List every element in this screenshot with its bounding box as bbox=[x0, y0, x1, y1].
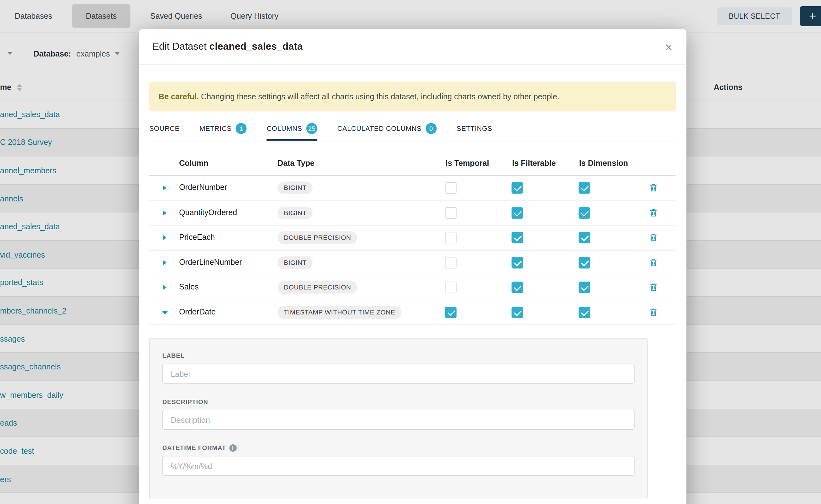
checkbox-is-dimension[interactable] bbox=[579, 257, 590, 268]
column-name: OrderDate bbox=[179, 307, 215, 316]
tab-metrics[interactable]: METRICS1 bbox=[200, 118, 247, 141]
data-type-pill: DOUBLE PRECISION bbox=[277, 281, 357, 294]
table-row: OrderDate TIMESTAMP WITHOUT TIME ZONE bbox=[149, 300, 676, 325]
datetime-format-input[interactable] bbox=[162, 456, 635, 476]
checkbox-is-dimension[interactable] bbox=[579, 232, 590, 243]
delete-column-icon[interactable] bbox=[649, 208, 658, 217]
edit-dataset-modal: Edit Dataset cleaned_sales_data ✕ Be car… bbox=[139, 29, 686, 504]
modal-title-prefix: Edit Dataset bbox=[152, 41, 206, 52]
column-detail-panel: LABEL DESCRIPTION DATETIME FORMAT i bbox=[149, 338, 648, 499]
checkbox-is-dimension[interactable] bbox=[579, 306, 590, 318]
tab-columns[interactable]: COLUMNS25 bbox=[267, 118, 317, 141]
header-column: Column bbox=[179, 159, 208, 167]
data-type-pill: TIMESTAMP WITHOUT TIME ZONE bbox=[277, 306, 401, 319]
expand-caret-icon[interactable] bbox=[163, 185, 166, 190]
expand-caret-icon[interactable] bbox=[163, 235, 166, 240]
delete-column-icon[interactable] bbox=[649, 283, 658, 291]
tab-source[interactable]: SOURCE bbox=[149, 118, 180, 141]
column-name: OrderLineNumber bbox=[179, 257, 242, 266]
data-type-pill: BIGINT bbox=[277, 256, 313, 269]
checkbox-is-temporal[interactable] bbox=[445, 282, 457, 293]
info-icon[interactable]: i bbox=[229, 444, 236, 452]
close-icon[interactable]: ✕ bbox=[662, 39, 675, 56]
columns-count-badge: 25 bbox=[306, 123, 317, 134]
data-type-pill: BIGINT bbox=[277, 206, 313, 219]
table-row: Sales DOUBLE PRECISION bbox=[149, 275, 676, 300]
modal-tab-bar: SOURCE METRICS1 COLUMNS25 CALCULATED COL… bbox=[149, 118, 676, 141]
table-row: OrderLineNumber BIGINT bbox=[149, 250, 676, 275]
checkbox-is-filterable[interactable] bbox=[512, 207, 523, 219]
checkbox-is-filterable[interactable] bbox=[512, 257, 523, 268]
tab-calculated-columns[interactable]: CALCULATED COLUMNS0 bbox=[337, 118, 437, 141]
checkbox-is-dimension[interactable] bbox=[579, 182, 590, 194]
checkbox-is-filterable[interactable] bbox=[512, 182, 523, 194]
modal-title: Edit Dataset cleaned_sales_data bbox=[152, 41, 303, 52]
warning-text: Be careful. Changing these settings will… bbox=[159, 92, 559, 101]
modal-title-dataset-name: cleaned_sales_data bbox=[209, 41, 303, 52]
calculated-columns-count-badge: 0 bbox=[426, 123, 437, 134]
delete-column-icon[interactable] bbox=[649, 233, 658, 242]
table-row: PriceEach DOUBLE PRECISION bbox=[149, 225, 676, 250]
table-row: OrderNumber BIGINT bbox=[149, 176, 676, 201]
collapse-caret-icon[interactable] bbox=[162, 311, 168, 314]
datetime-format-field-label: DATETIME FORMAT i bbox=[162, 444, 635, 452]
checkbox-is-temporal[interactable] bbox=[445, 207, 457, 219]
warning-bold: Be careful. bbox=[159, 92, 199, 101]
header-is-filterable: Is Filterable bbox=[512, 159, 556, 167]
warning-banner: Be careful. Changing these settings will… bbox=[149, 82, 676, 111]
checkbox-is-dimension[interactable] bbox=[579, 282, 590, 293]
columns-table: Column Data Type Is Temporal Is Filterab… bbox=[149, 153, 676, 499]
label-input[interactable] bbox=[162, 364, 635, 384]
metrics-count-badge: 1 bbox=[236, 123, 247, 134]
checkbox-is-temporal[interactable] bbox=[445, 182, 457, 194]
expand-caret-icon[interactable] bbox=[163, 285, 166, 290]
delete-column-icon[interactable] bbox=[649, 308, 658, 316]
checkbox-is-filterable[interactable] bbox=[512, 282, 523, 293]
description-field-label: DESCRIPTION bbox=[162, 398, 635, 405]
table-row: QuantityOrdered BIGINT bbox=[149, 201, 676, 226]
screen: Databases Datasets Saved Queries Query H… bbox=[0, 0, 821, 504]
columns-table-header: Column Data Type Is Temporal Is Filterab… bbox=[149, 153, 676, 176]
column-name: OrderNumber bbox=[179, 183, 227, 191]
checkbox-is-temporal[interactable] bbox=[445, 232, 457, 243]
data-type-pill: BIGINT bbox=[277, 182, 313, 194]
delete-column-icon[interactable] bbox=[649, 183, 658, 192]
warning-rest: Changing these settings will affect all … bbox=[201, 92, 559, 101]
header-data-type: Data Type bbox=[277, 159, 314, 167]
column-name: QuantityOrdered bbox=[179, 208, 237, 216]
label-field-label: LABEL bbox=[162, 352, 635, 359]
header-is-temporal: Is Temporal bbox=[446, 159, 489, 167]
checkbox-is-temporal[interactable] bbox=[445, 306, 457, 318]
column-name: PriceEach bbox=[179, 232, 215, 241]
checkbox-is-filterable[interactable] bbox=[512, 306, 523, 318]
description-input[interactable] bbox=[162, 410, 635, 430]
checkbox-is-dimension[interactable] bbox=[579, 207, 590, 219]
tab-settings[interactable]: SETTINGS bbox=[457, 118, 492, 141]
header-is-dimension: Is Dimension bbox=[579, 159, 628, 167]
checkbox-is-temporal[interactable] bbox=[445, 257, 457, 268]
column-name: Sales bbox=[179, 282, 199, 291]
delete-column-icon[interactable] bbox=[649, 258, 658, 266]
expand-caret-icon[interactable] bbox=[163, 210, 166, 215]
expand-caret-icon[interactable] bbox=[163, 260, 166, 265]
data-type-pill: DOUBLE PRECISION bbox=[277, 231, 357, 244]
modal-header: Edit Dataset cleaned_sales_data ✕ bbox=[139, 29, 686, 65]
checkbox-is-filterable[interactable] bbox=[512, 232, 523, 243]
